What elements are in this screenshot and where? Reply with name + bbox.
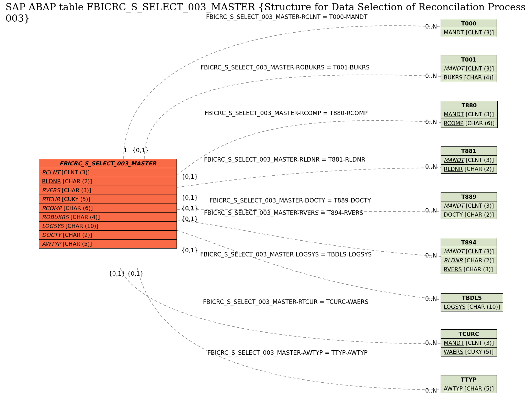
- target-field: MANDT [CLNT (3)]: [441, 64, 497, 73]
- target-entity-box: T881MANDT [CLNT (3)]RLDNR [CHAR (2)]: [441, 146, 497, 174]
- cardinality-label: {0,1}: [181, 216, 198, 222]
- target-field: RLDNR [CHAR (2)]: [441, 165, 497, 173]
- relationship-label: FBICRC_S_SELECT_003_MASTER-AWTYP = TTYP-…: [207, 349, 367, 356]
- main-field: DOCTY [CHAR (2)]: [39, 231, 177, 240]
- cardinality-label: {0,1}: [127, 270, 144, 277]
- main-field: RTCUR [CUKY (5)]: [39, 195, 177, 204]
- relationship-label: FBICRC_S_SELECT_003_MASTER-DOCTY = T889-…: [210, 197, 371, 204]
- main-entity-header: FBICRC_S_SELECT_003_MASTER: [39, 159, 177, 168]
- target-entity-header: T889: [441, 193, 497, 201]
- target-entity-header: T001: [441, 55, 497, 64]
- target-entity-box: T000MANDT [CLNT (3)]: [441, 19, 497, 37]
- target-entity-header: TCURC: [441, 330, 497, 339]
- target-field: MANDT [CLNT (3)]: [441, 339, 497, 348]
- target-entity-box: TCURCMANDT [CLNT (3)]WAERS [CUKY (5)]: [441, 329, 497, 356]
- target-field: AWTYP [CHAR (5)]: [441, 384, 497, 393]
- cardinality-label: {0,1}: [181, 205, 198, 212]
- main-field: ROBUKRS [CHAR (4)]: [39, 213, 177, 222]
- cardinality-label: {0,1}: [109, 270, 125, 277]
- main-field: LOGSYS [CHAR (10)]: [39, 222, 177, 231]
- target-field: RCOMP [CHAR (6)]: [441, 119, 497, 128]
- main-field: RCLNT [CLNT (3)]: [39, 168, 177, 177]
- cardinality-label: 0..N: [425, 23, 437, 30]
- cardinality-label: 0..N: [425, 387, 437, 394]
- cardinality-label: {0,1}: [181, 247, 198, 254]
- target-field: MANDT [CLNT (3)]: [441, 156, 497, 165]
- relationship-label: FBICRC_S_SELECT_003_MASTER-LOGSYS = TBDL…: [200, 251, 372, 258]
- target-entity-box: T001MANDT [CLNT (3)]BUKRS [CHAR (4)]: [441, 55, 497, 82]
- relationship-label: FBICRC_S_SELECT_003_MASTER-ROBUKRS = T00…: [201, 64, 370, 71]
- target-entity-header: T880: [441, 101, 497, 110]
- cardinality-label: 0..N: [425, 119, 437, 125]
- target-entity-box: TBDLSLOGSYS [CHAR (10)]: [441, 293, 503, 311]
- cardinality-label: {0,1}: [181, 173, 198, 180]
- relationship-label: FBICRC_S_SELECT_003_MASTER-RVERS = T894-…: [204, 209, 363, 216]
- target-field: WAERS [CUKY (5)]: [441, 348, 497, 356]
- main-field: RCOMP [CHAR (6)]: [39, 204, 177, 213]
- relationship-label: FBICRC_S_SELECT_003_MASTER-RCOMP = T880-…: [205, 110, 367, 117]
- relationship-label: FBICRC_S_SELECT_003_MASTER-RCLNT = T000-…: [206, 13, 367, 20]
- main-field: RLDNR [CHAR (2)]: [39, 177, 177, 186]
- cardinality-label: {0,1}: [181, 194, 198, 201]
- target-entity-box: TTYPAWTYP [CHAR (5)]: [441, 375, 497, 393]
- cardinality-label: 0..N: [425, 207, 437, 214]
- cardinality-label: 0..N: [425, 252, 437, 259]
- cardinality-label: 0..N: [425, 163, 437, 170]
- target-field: RLDNR [CHAR (2)]: [441, 256, 497, 265]
- target-field: DOCTY [CHAR (2)]: [441, 210, 497, 219]
- target-field: MANDT [CLNT (3)]: [441, 110, 497, 119]
- target-entity-box: T880MANDT [CLNT (3)]RCOMP [CHAR (6)]: [441, 101, 498, 128]
- target-field: MANDT [CLNT (3)]: [441, 247, 497, 256]
- relationship-label: FBICRC_S_SELECT_003_MASTER-RLDNR = T881-…: [204, 156, 365, 163]
- main-field: RVERS [CHAR (3)]: [39, 186, 177, 195]
- target-field: MANDT [CLNT (3)]: [441, 28, 497, 37]
- cardinality-label: 0..N: [425, 339, 437, 346]
- main-field: AWTYP [CHAR (5)]: [39, 240, 177, 248]
- target-entity-box: T889MANDT [CLNT (3)]DOCTY [CHAR (2)]: [441, 192, 497, 219]
- cardinality-label: 0..N: [425, 295, 437, 302]
- target-entity-header: TBDLS: [441, 294, 503, 303]
- target-entity-header: T881: [441, 147, 497, 156]
- main-entity-box: FBICRC_S_SELECT_003_MASTER RCLNT [CLNT (…: [39, 159, 177, 249]
- target-entity-box: T894MANDT [CLNT (3)]RLDNR [CHAR (2)]RVER…: [441, 238, 497, 274]
- target-entity-header: TTYP: [441, 375, 497, 384]
- cardinality-label: 1: [124, 147, 127, 154]
- cardinality-label: 0..N: [425, 73, 437, 79]
- target-entity-header: T000: [441, 19, 497, 28]
- target-field: BUKRS [CHAR (4)]: [441, 73, 497, 82]
- target-field: LOGSYS [CHAR (10)]: [441, 303, 503, 311]
- relationship-label: FBICRC_S_SELECT_003_MASTER-RTCUR = TCURC…: [203, 298, 369, 305]
- cardinality-label: {0,1}: [132, 147, 149, 154]
- target-entity-header: T894: [441, 238, 497, 247]
- target-field: MANDT [CLNT (3)]: [441, 201, 497, 210]
- target-field: RVERS [CHAR (3)]: [441, 265, 497, 274]
